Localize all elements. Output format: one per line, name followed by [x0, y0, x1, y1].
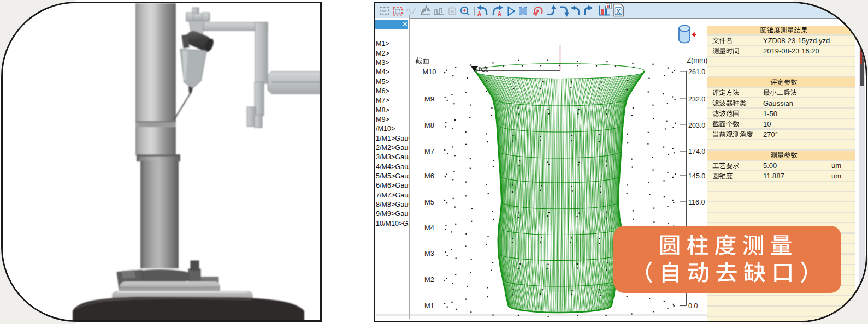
svg-text:6/M6>Gaussian: 6/M6>Gaussian: [376, 182, 424, 189]
svg-text:M10: M10: [423, 68, 436, 76]
svg-text:2/M2>Gaussian: 2/M2>Gaussian: [376, 144, 424, 152]
svg-text:5.00: 5.00: [763, 161, 777, 170]
svg-text:116.0: 116.0: [688, 199, 705, 206]
svg-text:Z(mm): Z(mm): [687, 56, 707, 64]
svg-text:M2: M2: [424, 275, 434, 284]
svg-text:7/M7>Gaussian: 7/M7>Gaussian: [376, 191, 424, 199]
svg-text:M7>: M7>: [376, 97, 389, 104]
svg-text:1/M1>Gaussian: 1/M1>Gaussian: [376, 135, 424, 142]
svg-text:4/M4>Gaussian: 4/M4>Gaussian: [376, 163, 424, 171]
svg-text:2019-08-23 16:20: 2019-08-23 16:20: [763, 47, 819, 55]
svg-text:um: um: [831, 161, 841, 170]
svg-text:261.0: 261.0: [688, 68, 705, 76]
svg-text:A: A: [498, 11, 501, 17]
svg-text:9/M9>Gaussian: 9/M9>Gaussian: [376, 210, 424, 218]
svg-text:M8>: M8>: [376, 106, 389, 114]
svg-text:M5: M5: [424, 198, 434, 206]
svg-text:M8: M8: [424, 121, 434, 129]
svg-text:8/M8>Gaussian: 8/M8>Gaussian: [376, 201, 424, 208]
svg-text:/M10>: /M10>: [376, 125, 395, 133]
svg-text:11.887: 11.887: [763, 172, 784, 180]
svg-text:5/M5>Gaussian: 5/M5>Gaussian: [376, 172, 424, 180]
svg-text:Gaussian: Gaussian: [763, 99, 793, 107]
svg-text:1-50: 1-50: [763, 110, 777, 118]
svg-text:M6>: M6>: [376, 87, 389, 95]
svg-text:145.0: 145.0: [688, 172, 705, 180]
svg-text:M4>: M4>: [376, 68, 389, 76]
svg-text:M5>: M5>: [376, 78, 389, 86]
svg-text:10/M10>Gaussian: 10/M10>Gaussian: [376, 220, 432, 227]
svg-text:M9: M9: [424, 95, 434, 103]
svg-text:M4: M4: [424, 224, 434, 232]
svg-text:174.0: 174.0: [688, 148, 705, 155]
svg-text:0.0: 0.0: [688, 302, 698, 310]
svg-text:M9>: M9>: [376, 116, 389, 123]
svg-text:3/M3>Gaussian: 3/M3>Gaussian: [376, 153, 424, 161]
svg-text:M7: M7: [424, 147, 434, 155]
svg-text:203.0: 203.0: [688, 122, 705, 129]
svg-text:YZD08-23-15yzd.yzd: YZD08-23-15yzd.yzd: [763, 37, 830, 45]
svg-text:M3>: M3>: [376, 59, 389, 67]
svg-text:M1>: M1>: [376, 40, 389, 47]
svg-text:A: A: [477, 11, 481, 17]
svg-text:M2>: M2>: [376, 50, 389, 57]
svg-text:M6: M6: [424, 172, 434, 180]
svg-text:270°: 270°: [763, 130, 778, 139]
svg-text:232.0: 232.0: [688, 95, 705, 103]
svg-text:M3: M3: [424, 249, 434, 257]
svg-text:M1: M1: [424, 302, 434, 310]
svg-text:X: X: [617, 8, 621, 15]
svg-text:10: 10: [763, 120, 771, 128]
svg-text:um: um: [831, 172, 841, 180]
